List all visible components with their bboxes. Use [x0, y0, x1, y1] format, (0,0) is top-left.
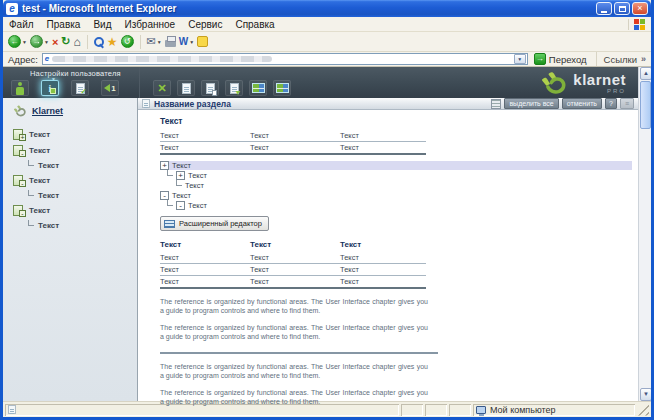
maximize-button[interactable]	[614, 2, 630, 15]
back-button[interactable]: ←▼	[8, 33, 27, 50]
tree-row[interactable]: - Текст	[160, 201, 632, 210]
document-copy-button[interactable]	[201, 80, 219, 96]
help-button[interactable]: ?	[605, 98, 617, 109]
messenger-icon	[197, 36, 208, 47]
sidebar-item-label[interactable]: Текст	[29, 146, 50, 155]
tree-connector-icon	[28, 190, 34, 196]
home-button[interactable]: ⌂	[74, 33, 81, 50]
browser-toolbar: ←▼ →▼ × ↻ ⌂ ★ ↺ ✉▼ W▼	[3, 32, 651, 52]
table-cell: Текст	[160, 142, 250, 153]
scrollbar-thumb[interactable]	[640, 81, 651, 129]
tree-row-selected[interactable]: + Текст	[160, 161, 632, 170]
select-all-button[interactable]: выделить все	[504, 98, 558, 109]
menu-bar: Файл Правка Вид Избранное Сервис Справка	[3, 17, 651, 32]
tree-row[interactable]: + Текст	[160, 171, 632, 180]
user-settings-button[interactable]: i	[41, 80, 59, 96]
klarnet-mini-icon	[13, 105, 27, 117]
grid-button-2[interactable]	[273, 80, 291, 96]
table-cell: Текст	[250, 142, 340, 153]
column-header: Текст	[160, 239, 250, 251]
favorites-button[interactable]: ★	[107, 33, 118, 50]
tree-collapse-icon[interactable]: -	[176, 201, 185, 210]
search-button[interactable]	[94, 33, 104, 50]
refresh-button[interactable]: ↻	[61, 33, 70, 50]
sidebar-subitem-label[interactable]: Текст	[38, 191, 59, 200]
menu-help[interactable]: Справка	[235, 19, 274, 30]
scroll-up-button[interactable]: ▲	[640, 67, 652, 80]
tree-label[interactable]: Текст	[185, 181, 204, 190]
address-dropdown-button[interactable]: ▼	[514, 54, 526, 64]
minimize-button[interactable]	[596, 2, 612, 15]
grid-button-1[interactable]	[249, 80, 267, 96]
document-button[interactable]	[177, 80, 195, 96]
menu-edit[interactable]: Правка	[47, 19, 81, 30]
print-button[interactable]	[165, 33, 176, 50]
folder-minus-icon: -	[13, 205, 23, 216]
select-icon[interactable]	[491, 99, 501, 109]
user-button[interactable]	[11, 80, 29, 96]
back-dropdown-icon[interactable]: ▼	[22, 39, 27, 45]
section-buttons: выделить все отменить ? ≡	[491, 98, 634, 109]
paragraph: The reference is organized by functional…	[160, 323, 428, 341]
close-button[interactable]: ×	[632, 2, 648, 15]
sidebar-root-link[interactable]: Klarnet	[32, 106, 63, 116]
links-chevron[interactable]: »	[641, 54, 646, 64]
sidebar-root[interactable]: Klarnet	[13, 105, 137, 117]
sidebar-item[interactable]: - Текст	[13, 172, 137, 188]
home-icon: ⌂	[74, 35, 81, 49]
tree-label[interactable]: Текст	[188, 171, 207, 180]
tree-expand-icon[interactable]: +	[176, 171, 185, 180]
vertical-scrollbar[interactable]: ▲ ▼	[638, 67, 651, 401]
links-label[interactable]: Ссылки	[604, 54, 637, 65]
document-export-button[interactable]: ▼	[225, 80, 243, 96]
stop-button[interactable]: ×	[52, 33, 58, 50]
scroll-down-button[interactable]: ▼	[640, 388, 652, 401]
tree-row[interactable]: - Текст	[160, 191, 632, 200]
resize-grip[interactable]	[637, 404, 649, 416]
edit-word-button[interactable]: W▼	[179, 33, 194, 50]
menu-file[interactable]: Файл	[9, 19, 34, 30]
sidebar-subitem-label[interactable]: Текст	[38, 221, 59, 230]
sidebar-item-label[interactable]: Текст	[29, 130, 50, 139]
tree-collapse-icon[interactable]: -	[160, 191, 169, 200]
logo-name: klarnet	[573, 72, 626, 87]
logo-sub: PRO	[573, 88, 626, 94]
window-title: test - Microsoft Internet Explorer	[22, 3, 176, 14]
forward-dropdown-icon[interactable]: ▼	[44, 39, 49, 45]
table-cell: Текст	[340, 252, 426, 263]
sidebar-item[interactable]: - Текст	[13, 202, 137, 218]
tree-label[interactable]: Текст	[172, 191, 191, 200]
sidebar-subitem[interactable]: Текст	[13, 218, 137, 232]
tree-expand-icon[interactable]: +	[160, 161, 169, 170]
edit-dropdown-icon[interactable]: ▼	[189, 39, 194, 45]
advanced-editor-button[interactable]: Расширенный редактор	[160, 216, 269, 231]
mail-dropdown-icon[interactable]: ▼	[157, 39, 162, 45]
mail-button[interactable]: ✉▼	[147, 33, 162, 50]
messenger-button[interactable]	[197, 33, 208, 50]
cancel-button[interactable]: отменить	[562, 98, 602, 109]
sidebar-item[interactable]: + Текст	[13, 126, 137, 142]
go-button[interactable]: → Переход	[532, 53, 589, 65]
windows-flag-icon	[634, 19, 645, 30]
sidebar-subitem[interactable]: Текст	[13, 188, 137, 202]
address-input[interactable]: e ▼	[42, 53, 528, 65]
history-button[interactable]: ↺	[121, 33, 134, 50]
logout-button[interactable]: 1	[101, 80, 119, 96]
sidebar-item[interactable]: - Текст	[13, 142, 137, 158]
menu-view[interactable]: Вид	[93, 19, 111, 30]
advanced-editor-label: Расширенный редактор	[179, 219, 262, 228]
sidebar-item-label[interactable]: Текст	[29, 206, 50, 215]
forward-button[interactable]: →▼	[30, 33, 49, 50]
tree-label[interactable]: Текст	[172, 161, 191, 170]
menu-favorites[interactable]: Избранное	[124, 19, 175, 30]
tree-row[interactable]: Текст	[160, 181, 632, 190]
delete-button[interactable]: ✕	[153, 80, 171, 96]
my-computer-icon	[476, 406, 486, 414]
sidebar-item-label[interactable]: Текст	[29, 176, 50, 185]
tree-label[interactable]: Текст	[188, 201, 207, 210]
app-header: Настройки пользователя ▼ i ✓ 1 ✕ ▼	[3, 67, 638, 98]
sidebar-subitem-label[interactable]: Текст	[38, 161, 59, 170]
sidebar-subitem[interactable]: Текст	[13, 158, 137, 172]
menu-tools[interactable]: Сервис	[188, 19, 222, 30]
tasks-button[interactable]: ✓	[71, 80, 89, 96]
